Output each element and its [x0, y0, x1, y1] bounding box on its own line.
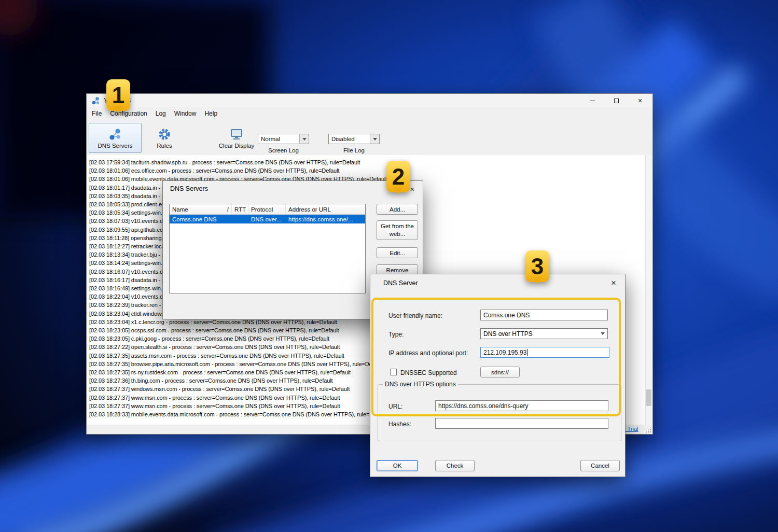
- clear-display-icon: [230, 128, 243, 141]
- ok-button[interactable]: OK: [377, 460, 418, 471]
- titlebar[interactable]: YogaDNS ×: [87, 94, 652, 107]
- url-field[interactable]: https://dns.comss.one/dns-query: [435, 400, 608, 411]
- url-label: URL:: [388, 403, 402, 410]
- doh-options-group: [378, 384, 621, 441]
- screen-log-value: Normal: [258, 136, 299, 142]
- menu-help[interactable]: Help: [200, 110, 221, 117]
- dns-server-dialog-title[interactable]: DNS Server: [370, 274, 625, 292]
- cancel-button[interactable]: Cancel: [580, 460, 620, 471]
- type-label: Type:: [388, 331, 404, 338]
- cell-address: https://dns.comss.one/...: [286, 216, 365, 222]
- dns-servers-icon: [108, 128, 122, 141]
- callout-badge-1: 1: [106, 79, 130, 111]
- toolbar: DNS Servers Rules Clear Display Normal: [87, 120, 652, 156]
- maximize-icon: [614, 99, 619, 103]
- close-icon: ×: [638, 97, 642, 104]
- chevron-down-icon: [598, 329, 607, 339]
- check-button[interactable]: Check: [435, 460, 475, 471]
- dns-server-close-button[interactable]: ×: [608, 278, 619, 288]
- app-icon: [91, 96, 100, 105]
- type-select[interactable]: DNS over HTTPS: [480, 328, 608, 339]
- cell-name: Comss.one DNS: [170, 216, 232, 222]
- file-log-value: Disabled: [329, 136, 370, 142]
- toolbar-dns-servers-button[interactable]: DNS Servers: [89, 123, 142, 153]
- log-line: [02.03 18:01:06] ecs.office.com - proces…: [89, 166, 646, 175]
- sort-indicator-icon: /: [227, 206, 229, 213]
- text-caret: [527, 349, 527, 356]
- menu-file[interactable]: File: [88, 110, 106, 117]
- minimize-button[interactable]: [580, 94, 604, 107]
- add-button[interactable]: Add...: [377, 204, 418, 215]
- table-row-selected[interactable]: Comss.one DNS DNS over... https://dns.co…: [170, 215, 365, 223]
- cell-protocol: DNS over...: [248, 216, 286, 222]
- close-icon: ×: [410, 185, 415, 193]
- column-header-name[interactable]: Name /: [170, 204, 232, 214]
- column-header-address[interactable]: Address or URL: [286, 204, 365, 214]
- menubar: File Configuration Log Window Help: [87, 107, 652, 120]
- table-header: Name / RTT Protocol Address or URL: [170, 204, 365, 215]
- close-icon: ×: [611, 278, 616, 288]
- edit-button[interactable]: Edit...: [377, 247, 418, 258]
- toolbar-dns-servers-label: DNS Servers: [98, 143, 132, 149]
- log-scrollbar[interactable]: [645, 155, 652, 425]
- dnssec-label: DNSSEC Supported: [400, 369, 457, 376]
- screen-log-select[interactable]: Normal: [258, 134, 309, 144]
- hashes-field[interactable]: [435, 418, 608, 429]
- dnssec-checkbox[interactable]: [390, 369, 397, 375]
- screen-log-label: Screen Log: [268, 147, 299, 153]
- rules-icon: [158, 128, 171, 141]
- menu-window[interactable]: Window: [170, 110, 201, 117]
- chevron-down-icon: [299, 134, 309, 144]
- file-log-select[interactable]: Disabled: [328, 134, 380, 144]
- resize-grip[interactable]: [645, 427, 651, 433]
- ip-address-label: IP address and optional port:: [388, 349, 468, 357]
- dns-servers-table: Name / RTT Protocol Address or URL Comss…: [169, 204, 366, 293]
- hashes-label: Hashes:: [388, 421, 411, 428]
- close-button[interactable]: ×: [628, 94, 652, 107]
- dns-server-dialog: DNS Server × User friendly name: Comss.o…: [370, 274, 626, 477]
- get-from-web-button[interactable]: Get from the web...: [377, 220, 418, 240]
- dns-servers-dialog-title[interactable]: DNS Servers: [163, 181, 423, 197]
- toolbar-clear-display-label: Clear Display: [219, 143, 254, 149]
- menu-log[interactable]: Log: [151, 110, 170, 117]
- maximize-button[interactable]: [604, 94, 628, 107]
- toolbar-clear-display-button[interactable]: Clear Display: [211, 123, 262, 153]
- doh-options-group-label: DNS over HTTPS options: [383, 381, 458, 388]
- toolbar-rules-label: Rules: [157, 143, 172, 149]
- column-header-rtt[interactable]: RTT: [232, 204, 248, 214]
- log-scrollbar-thumb[interactable]: [646, 389, 651, 406]
- file-log-label: File Log: [343, 147, 365, 153]
- menu-configuration[interactable]: Configuration: [106, 110, 151, 117]
- window-controls: ×: [580, 94, 652, 107]
- log-line: [02.03 17:59:34] taciturn-shadow.spb.ru …: [89, 158, 646, 166]
- column-header-protocol[interactable]: Protocol: [248, 204, 286, 214]
- ip-address-field[interactable]: 212.109.195.93: [480, 347, 609, 358]
- file-log-group: Disabled File Log: [328, 134, 380, 153]
- sdns-button[interactable]: sdns://: [480, 367, 520, 377]
- user-friendly-name-field[interactable]: Comss.one DNS: [480, 310, 608, 320]
- user-friendly-name-label: User friendly name:: [388, 312, 442, 319]
- screen-log-group: Normal Screen Log: [258, 134, 309, 153]
- callout-badge-2: 2: [386, 161, 410, 192]
- callout-badge-3: 3: [525, 250, 549, 282]
- toolbar-rules-button[interactable]: Rules: [148, 123, 181, 153]
- desktop: YogaDNS × File Configuration Log Window …: [0, 0, 778, 532]
- chevron-down-icon: [370, 134, 379, 144]
- minimize-icon: [590, 101, 595, 101]
